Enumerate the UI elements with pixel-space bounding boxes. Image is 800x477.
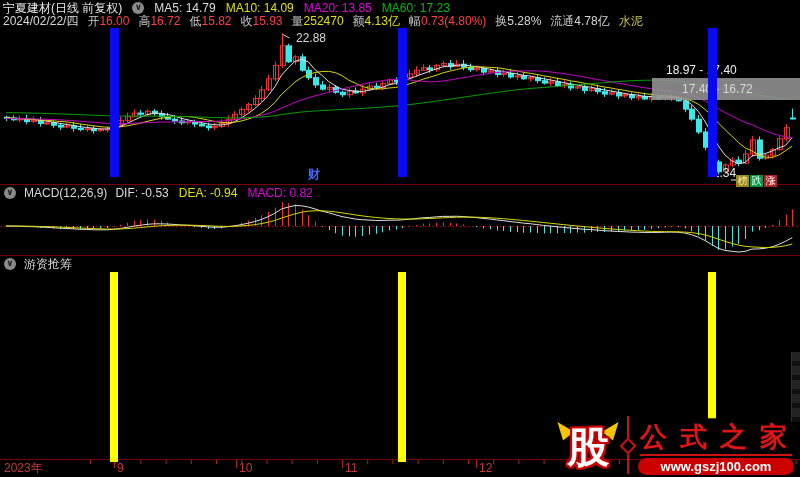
bull-logo-icon: 股 — [558, 418, 620, 476]
axis-month-label: 11 — [345, 462, 357, 474]
signal-panel-title: 游资抢筹 — [24, 258, 72, 270]
tag-die-button[interactable]: 跌 — [750, 175, 763, 187]
watermark-logo-char: 股 — [567, 424, 609, 472]
macd-values: DIF: -0.53DEA: -0.94MACD: 0.82 — [115, 187, 312, 199]
macd-panel-header: ∨ MACD(12,26,9) DIF: -0.53DEA: -0.94MACD… — [4, 187, 313, 199]
watermark-url: www.gszj100.com — [638, 458, 794, 475]
list-item: 量252470 — [292, 15, 344, 27]
collapse-main-icon[interactable]: ∨ — [132, 2, 144, 14]
list-item: DEA: -0.94 — [179, 187, 238, 199]
watermark-underline — [640, 454, 792, 456]
list-item: MA10: 14.09 — [226, 2, 294, 14]
watermark-site-name: 公式之家 — [640, 422, 796, 452]
list-item: 幅0.73(4.80%) — [409, 15, 486, 27]
list-item: MA60: 17.23 — [382, 2, 450, 14]
list-item: 额4.13亿 — [353, 15, 400, 27]
tag-zhang-button[interactable]: 涨 — [764, 175, 777, 187]
list-item: 高16.72 — [138, 15, 180, 27]
list-item: 水泥 — [619, 15, 643, 27]
chart-header: 宁夏建材(日线 前复权) ∨ MA5: 14.79MA10: 14.09MA20… — [3, 2, 450, 14]
list-item: MA20: 13.85 — [304, 2, 372, 14]
quote-row: 2024/02/22/四开16.00高16.72低15.82收15.93量252… — [3, 15, 643, 27]
list-item: 换5.28% — [495, 15, 541, 27]
axis-month-label: 9 — [117, 462, 124, 474]
signal-panel-header: ∨ 游资抢筹 — [4, 258, 72, 270]
axis-year-label: 2023年 — [4, 462, 43, 474]
list-item: 低15.82 — [189, 15, 231, 27]
axis-month-label: 12 — [479, 462, 492, 474]
list-item: MACD: 0.82 — [247, 187, 312, 199]
list-item: MA5: 14.79 — [154, 2, 215, 14]
list-item: 收15.93 — [241, 15, 283, 27]
macd-title: MACD(12,26,9) — [24, 187, 107, 199]
quick-tags: 榜 跌 涨 — [736, 175, 777, 187]
list-item: 开16.00 — [87, 15, 129, 27]
cai-marker: 财 — [308, 166, 320, 183]
list-item: 流通4.78亿 — [550, 15, 609, 27]
collapse-macd-icon[interactable]: ∨ — [4, 187, 16, 199]
stock-chart-window: 宁夏建材(日线 前复权) ∨ MA5: 14.79MA10: 14.09MA20… — [0, 0, 800, 477]
collapse-signal-icon[interactable]: ∨ — [4, 258, 16, 270]
stock-title: 宁夏建材(日线 前复权) — [3, 2, 122, 14]
watermark: 股 公式之家 www.gszj100.com — [556, 402, 796, 477]
tag-bang-button[interactable]: 榜 — [736, 175, 749, 187]
diamond-icon — [620, 438, 637, 455]
axis-month-label: 10 — [239, 462, 252, 474]
list-item: DIF: -0.53 — [115, 187, 168, 199]
list-item: 2024/02/22/四 — [3, 15, 78, 27]
ma-values: MA5: 14.79MA10: 14.09MA20: 13.85MA60: 17… — [154, 2, 450, 14]
